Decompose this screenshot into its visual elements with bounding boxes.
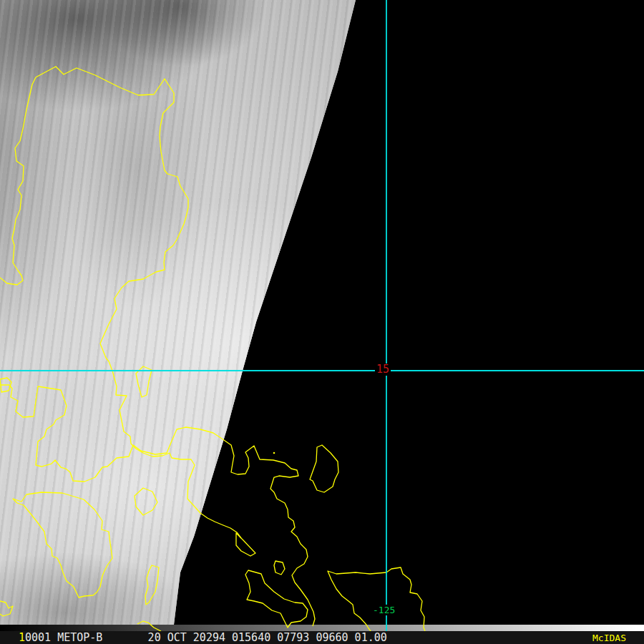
- latitude-label: 15: [375, 364, 391, 376]
- coastline-sibuyan-island: [245, 570, 308, 628]
- coastline-romblon-islet: [236, 533, 255, 556]
- mcidas-brand: McIDAS: [592, 631, 626, 644]
- image-info-text: 0001 METOP-B 20 OCT 20294 015640 07793 0…: [25, 631, 387, 644]
- map-outlines: [0, 67, 425, 631]
- frame-number: 1: [19, 631, 25, 644]
- coastline-left-bottom-bit: [0, 601, 13, 616]
- coastline-luzon-west-coast: [0, 77, 36, 285]
- coastline-thin-island: [145, 565, 159, 605]
- coastline-luzon-east-coast: [36, 67, 241, 538]
- coastline-sibuyan-lake: [274, 561, 285, 575]
- coastline-burias-island: [310, 445, 338, 492]
- mcidas-display: 15 -125 10001 METOP-B 20 OCT 20294 01564…: [0, 0, 644, 644]
- coastline-south-coast-crossing: [137, 621, 161, 631]
- islet-dot: [273, 452, 275, 454]
- coastline-mindoro-island: [13, 492, 112, 597]
- cursor-crosshair[interactable]: [0, 0, 644, 631]
- coastline-marinduque-island: [135, 488, 157, 515]
- coastline-south-luzon-coast: [0, 385, 315, 626]
- status-bar: 10001 METOP-B 20 OCT 20294 015640 07793 …: [0, 631, 644, 644]
- longitude-label: -125: [371, 605, 396, 615]
- coastline-masbate-island: [328, 567, 425, 631]
- map-overlay: [0, 0, 644, 631]
